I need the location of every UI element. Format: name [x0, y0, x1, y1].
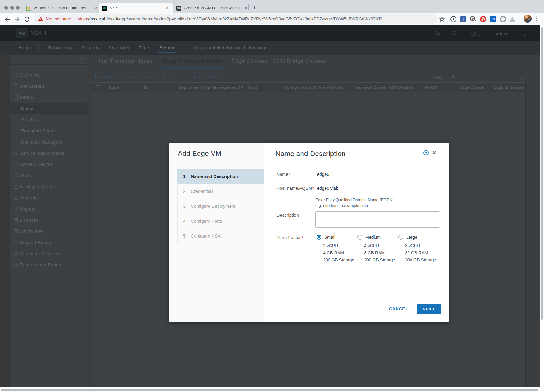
column-header-id[interactable]: ID — [141, 83, 176, 92]
tab-close-icon[interactable]: ✕ — [165, 6, 170, 11]
name-input[interactable]: edge0 — [317, 172, 329, 177]
blocker-hand-icon[interactable] — [480, 16, 486, 22]
form-factor-option-small[interactable]: Small — [317, 235, 335, 240]
address-bar[interactable]: Non sécurisé https ://nsx.vlab /nsx/#/ap… — [34, 14, 437, 24]
vertical-scrollbar[interactable] — [540, 25, 544, 387]
cancel-button[interactable]: CANCEL — [389, 306, 408, 311]
tab-close-icon[interactable]: ✕ — [94, 6, 99, 11]
form-factor-option-large[interactable]: Large — [398, 235, 417, 240]
back-button[interactable] — [4, 16, 11, 23]
nav-item-security[interactable]: Security — [82, 45, 100, 50]
sidebar-item-migrate[interactable]: Migrate — [10, 203, 88, 215]
user-menu[interactable]: admin — [496, 31, 509, 36]
modal-help-icon[interactable]: ? — [423, 150, 429, 155]
select-all-checkbox[interactable] — [96, 85, 100, 89]
download-icon[interactable]: ↓ — [460, 16, 466, 22]
horizontal-scrollbar[interactable] — [0, 387, 540, 392]
nav-item-advanced-networking-security[interactable]: Advanced Networking & Security — [194, 45, 266, 50]
linkedin-icon[interactable]: in — [490, 16, 496, 22]
tab-host-transport-nodes[interactable]: Host Transport Nodes — [97, 59, 153, 64]
tab-close-icon[interactable]: ✕ — [243, 6, 248, 11]
fqdn-input[interactable]: edge0.vlab — [317, 186, 339, 191]
wizard-step-1[interactable]: 1Name and Description — [177, 169, 264, 184]
column-header-n-vds[interactable]: N-VDS — [421, 83, 456, 92]
bookmark-star-icon[interactable] — [438, 16, 446, 23]
radio-selected-icon[interactable] — [317, 235, 321, 240]
ring-icon[interactable] — [500, 16, 506, 22]
forward-button[interactable] — [13, 16, 21, 23]
form-factor-option-medium[interactable]: Medium — [357, 235, 381, 240]
radio-unselected-icon[interactable] — [357, 235, 362, 240]
nav-item-home[interactable]: Home — [18, 45, 31, 50]
column-header-configuration-state[interactable]: Configuration State — [281, 83, 316, 92]
ip-lookup-icon[interactable]: IP — [470, 16, 476, 22]
drive-icon[interactable] — [509, 16, 515, 22]
sidebar-item-overview[interactable]: Overview — [10, 69, 88, 81]
nav-item-tools[interactable]: Tools — [139, 45, 151, 50]
collapse-sidebar-icon[interactable]: « — [81, 56, 83, 62]
window-minimize-button[interactable] — [10, 6, 14, 10]
sidebar-item-active-directory[interactable]: Active Directory — [10, 159, 88, 170]
wizard-step-3[interactable]: 3Configure Deployment — [177, 199, 264, 214]
add-edge-vm-button[interactable]: ADD EDGE VM — [93, 75, 133, 79]
description-textarea[interactable] — [315, 211, 440, 228]
column-header-edge-cluster[interactable]: Edge Cluster — [456, 83, 491, 92]
sidebar-item-customer-program[interactable]: Customer Program — [10, 248, 88, 259]
browser-menu-icon[interactable] — [536, 16, 537, 17]
delete-button[interactable]: DELETE — [162, 75, 187, 79]
security-warning-label[interactable]: Non sécurisé — [46, 16, 71, 21]
browser-tab-nsx[interactable]: NSX NSX ✕ — [99, 3, 173, 13]
tab-edge-transport-nodes[interactable]: Edge Transport Nodes — [163, 59, 224, 64]
nav-item-networking[interactable]: Networking — [48, 45, 73, 50]
sidebar-item-backup-restore[interactable]: Backup & Restore — [10, 181, 88, 192]
search-icon[interactable] — [434, 30, 440, 36]
sidebar-item-enforcement-points[interactable]: Enforcement Points — [10, 259, 88, 270]
reload-button[interactable] — [23, 16, 31, 23]
vertical-scrollbar-thumb[interactable] — [541, 27, 543, 320]
sidebar-item-users[interactable]: Users — [10, 170, 88, 181]
edit-button[interactable]: EDIT — [138, 75, 156, 79]
column-header-logical-routers[interactable]: Logical Routers — [491, 83, 526, 92]
next-button[interactable]: NEXT — [417, 304, 441, 314]
sidebar-item-get-started[interactable]: Get Started — [10, 81, 88, 92]
column-header-node-status[interactable]: Node Status — [316, 83, 351, 92]
profile-avatar[interactable] — [524, 15, 532, 23]
nav-item-inventory[interactable]: Inventory — [109, 45, 130, 50]
wizard-step-5[interactable]: 5Configure NSX — [177, 229, 264, 243]
sidebar-item-profiles[interactable]: Profiles — [10, 114, 88, 125]
window-close-button[interactable] — [4, 6, 8, 10]
horizontal-scrollbar-thumb[interactable] — [1, 389, 538, 391]
new-tab-button[interactable]: + — [251, 4, 258, 11]
help-menu-icon[interactable]: ? — [470, 30, 476, 36]
tab-edge-clusters[interactable]: Edge Clusters — [232, 59, 268, 64]
column-header-transport-zones[interactable]: Transport Zones — [351, 83, 386, 92]
window-zoom-button[interactable] — [16, 6, 20, 10]
radio-unselected-icon[interactable] — [398, 235, 403, 240]
tab-esxi-bridge-clusters[interactable]: ESXi Bridge Clusters — [272, 59, 327, 64]
sidebar-item-licenses[interactable]: Licenses — [10, 215, 88, 226]
sidebar-item-transport-zones[interactable]: Transport Zones — [10, 125, 88, 136]
column-header-deployment-type[interactable]: Deployment Type — [176, 83, 210, 92]
view-filter-select[interactable]: All — [449, 75, 526, 81]
sidebar-item-nodes[interactable]: Nodes — [10, 103, 88, 114]
sidebar-item-certificates[interactable]: Certificates — [10, 226, 88, 237]
onepassword-icon[interactable] — [450, 16, 456, 22]
column-header-edge[interactable]: Edge↑ — [106, 83, 141, 92]
sidebar-item-support-bundle[interactable]: Support Bundle — [10, 237, 88, 248]
security-warning-icon[interactable] — [38, 17, 43, 21]
column-header-host[interactable]: Host — [245, 83, 281, 92]
sidebar-item-service-deployments[interactable]: Service Deployments — [10, 148, 88, 159]
sidebar-item-fabric[interactable]: Fabric — [10, 92, 88, 103]
column-header-management-ip[interactable]: Management IP — [210, 83, 245, 92]
nav-item-system[interactable]: System — [160, 45, 176, 50]
sidebar-item-compute-managers[interactable]: Compute Managers — [10, 136, 88, 148]
wizard-step-4[interactable]: 4Configure Ports — [177, 214, 264, 229]
sidebar-item-upgrade[interactable]: Upgrade — [10, 192, 88, 203]
wizard-step-2[interactable]: 2Credentials — [177, 184, 264, 199]
browser-tab-vlan-doc[interactable]: vm Create a VLAN Logical Switch f ✕ — [176, 3, 248, 13]
column-header-nsx-version[interactable]: NSX Version — [386, 83, 421, 92]
browser-tab-vsphere[interactable]: vSphere - vulcain.naoned.net - ✕ — [26, 3, 99, 13]
actions-menu-button[interactable]: ACTIONS — [192, 75, 225, 79]
notifications-bell-icon[interactable] — [452, 30, 457, 36]
modal-close-icon[interactable]: ✕ — [431, 150, 437, 156]
